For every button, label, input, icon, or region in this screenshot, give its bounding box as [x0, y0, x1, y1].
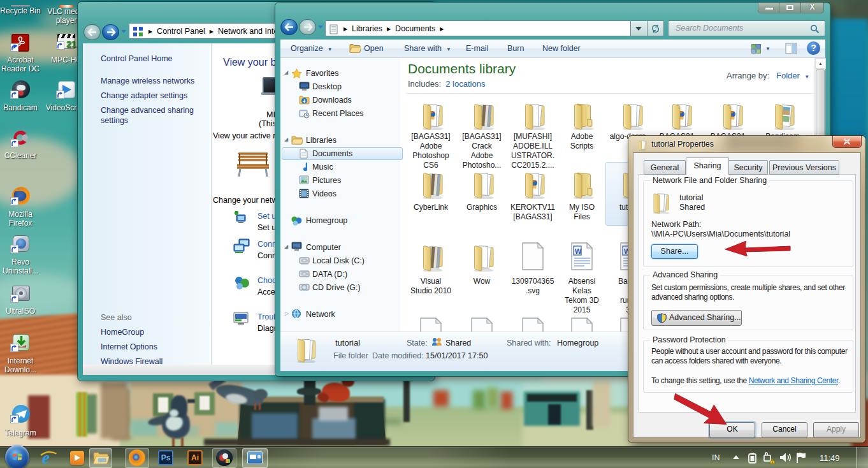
svg-text:!: ! [772, 459, 773, 464]
